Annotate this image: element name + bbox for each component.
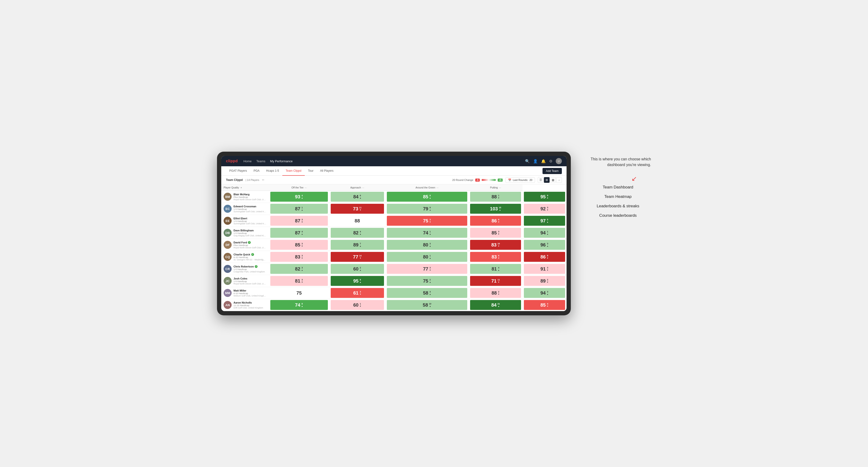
score-number: 91 xyxy=(540,267,546,271)
avatar[interactable]: U xyxy=(556,158,562,164)
score-box: 96 3 ▲ xyxy=(524,240,565,250)
player-details: Elliot Ebert 1-5 Handicap Sunningdale Go… xyxy=(234,217,267,225)
player-club: Sunningdale Golf Club, United Kingdom xyxy=(234,210,267,213)
team-name: Team Clippd xyxy=(226,178,243,182)
score-number: 86 xyxy=(540,254,546,259)
edit-icon[interactable]: ✏ xyxy=(262,178,265,182)
player-details: David Ford ✓ Plus Handicap Royal North D… xyxy=(234,241,267,249)
score-change: 9 ▲ xyxy=(547,194,549,199)
table-row[interactable]: DF David Ford ✓ Plus Handicap Royal Nort… xyxy=(221,239,566,251)
score-box: 82 4 ▲ xyxy=(331,228,384,238)
subnav-all-players[interactable]: All Players xyxy=(317,166,337,176)
score-box: 87 4 ▲ xyxy=(270,228,328,238)
settings-icon[interactable]: ⚙ xyxy=(549,159,552,163)
subnav-pga[interactable]: PGA xyxy=(250,166,263,176)
table-row[interactable]: AN Aaron Nicholls 11-15 Handicap Drift G… xyxy=(221,299,566,311)
table-row[interactable]: EE Elliot Ebert 1-5 Handicap Sunningdale… xyxy=(221,215,566,227)
score-number: 83 xyxy=(491,243,497,247)
table-row[interactable]: CQ Charlie Quick ✓ 6-10 Handicap St. Geo… xyxy=(221,251,566,263)
sub-nav: PGAT Players PGA Hcaps 1-5 Team Clippd T… xyxy=(221,166,566,176)
score-box: 77 14 ▼ xyxy=(331,252,384,262)
download-button[interactable]: ↓ xyxy=(556,177,562,183)
player-avatar: MM xyxy=(224,289,231,297)
sort-arrow-player[interactable]: ▼ xyxy=(240,187,242,189)
approach-score: 80 3 ▲ xyxy=(385,239,469,251)
quality-score: 83 3 ▼ xyxy=(269,251,329,263)
person-icon[interactable]: 👤 xyxy=(533,159,538,163)
sort-arrow-green[interactable]: — xyxy=(436,187,438,189)
score-number: 88 xyxy=(492,194,497,199)
score-change: 9 ▲ xyxy=(429,206,431,211)
top-nav: clippd Home Teams My Performance 🔍 👤 🔔 ⚙… xyxy=(221,156,566,166)
score-number: 85 xyxy=(295,243,300,247)
round-change-area: 20 Round Change -5 +5 xyxy=(452,179,503,182)
score-box: 94 3 ▲ xyxy=(524,288,565,298)
nav-link-home[interactable]: Home xyxy=(243,159,252,163)
player-info: CQ Charlie Quick ✓ 6-10 Handicap St. Geo… xyxy=(221,251,269,262)
table-row[interactable]: BM Blair McHarg Plus Handicap Royal Nort… xyxy=(221,191,566,203)
page-wrapper: clippd Home Teams My Performance 🔍 👤 🔔 ⚙… xyxy=(217,152,651,315)
last-rounds-button[interactable]: 📅 Last Rounds: 20 xyxy=(505,177,535,183)
last-rounds-label: Last Rounds: xyxy=(513,179,528,181)
search-icon[interactable]: 🔍 xyxy=(525,159,530,163)
bell-icon[interactable]: 🔔 xyxy=(541,159,546,163)
score-box: 84 21 ▲ xyxy=(470,300,521,310)
player-details: Blair McHarg Plus Handicap Royal North D… xyxy=(234,193,267,201)
add-team-button[interactable]: Add Team xyxy=(542,168,562,174)
score-number: 85 xyxy=(540,303,546,307)
sort-arrow-approach[interactable]: — xyxy=(362,187,364,189)
score-box: 82 3 ▲ xyxy=(270,264,328,274)
around-green-score: 83 10 ▼ xyxy=(469,239,522,251)
approach-score: 58 4 ▲ xyxy=(385,287,469,299)
table-row[interactable]: EC Edward Crossman 1-5 Handicap Sunningd… xyxy=(221,203,566,215)
table-row[interactable]: CR Chris Robertson ✓ 1-5 Handicap Craigm… xyxy=(221,263,566,275)
list-view-button[interactable]: ☰ xyxy=(538,177,544,183)
nav-link-teams[interactable]: Teams xyxy=(256,159,266,163)
player-avatar: CQ xyxy=(224,253,231,261)
subnav-team-clippd[interactable]: Team Clippd xyxy=(282,166,305,176)
logo: clippd xyxy=(226,159,238,163)
table-row[interactable]: MM Matt Miller 6-10 Handicap Woburn Golf… xyxy=(221,287,566,299)
score-number: 58 xyxy=(423,303,428,307)
around-green-score: 71 11 ▼ xyxy=(469,275,522,287)
grid-view-button[interactable]: ⊞ xyxy=(544,177,550,183)
th-player: Player Quality ▼ xyxy=(221,184,269,191)
score-number: 81 xyxy=(295,279,300,283)
nav-icons: 🔍 👤 🔔 ⚙ U xyxy=(525,158,562,164)
heatmap-view-button[interactable]: ▦ xyxy=(550,177,556,183)
score-change: 2 ▼ xyxy=(498,290,500,295)
score-box: 80 3 ▲ xyxy=(387,240,467,250)
sort-arrow-putting[interactable]: — xyxy=(499,187,501,189)
subnav-pgat[interactable]: PGAT Players xyxy=(226,166,250,176)
player-handicap: 1-5 Handicap xyxy=(234,208,267,210)
annotation-items: Team Dashboard Team Heatmap Leaderboards… xyxy=(585,183,651,218)
score-change: 3 ▼ xyxy=(301,279,303,283)
score-box: 95 8 ▲ xyxy=(331,276,384,286)
score-change: 8 ▲ xyxy=(360,279,361,283)
around-green-score: 103 15 ▲ xyxy=(469,203,522,215)
nav-links: Home Teams My Performance xyxy=(243,159,519,163)
score-box: 83 6 ▼ xyxy=(470,252,521,262)
table-body: BM Blair McHarg Plus Handicap Royal Nort… xyxy=(221,191,566,311)
score-number: 75 xyxy=(297,290,302,295)
score-box: 61 3 ▼ xyxy=(331,288,384,298)
player-handicap: 1-5 Handicap xyxy=(234,232,267,235)
score-number: 74 xyxy=(295,303,300,307)
player-avatar: CR xyxy=(224,265,231,273)
verified-badge: ✓ xyxy=(255,265,257,268)
subnav-hcaps[interactable]: Hcaps 1-5 xyxy=(263,166,282,176)
approach-score: 75 2 ▲ xyxy=(385,275,469,287)
score-number: 75 xyxy=(423,279,428,283)
tablet-frame: clippd Home Teams My Performance 🔍 👤 🔔 ⚙… xyxy=(217,152,571,315)
table-row[interactable]: JC Josh Coles 1-5 Handicap Royal North D… xyxy=(221,275,566,287)
score-box: 83 10 ▼ xyxy=(470,240,521,250)
player-handicap: Plus Handicap xyxy=(234,196,267,198)
putting-score: 85 4 ▼ xyxy=(522,299,566,311)
putting-score: 92 3 ▼ xyxy=(522,203,566,215)
player-name: Blair McHarg xyxy=(234,193,267,196)
subnav-tour[interactable]: Tour xyxy=(305,166,317,176)
table-row[interactable]: DB Dave Billingham 1-5 Handicap Gog Mago… xyxy=(221,227,566,239)
nav-link-my-performance[interactable]: My Performance xyxy=(270,159,292,163)
score-number: 85 xyxy=(492,230,497,235)
sort-arrow-tee[interactable]: — xyxy=(305,187,307,189)
